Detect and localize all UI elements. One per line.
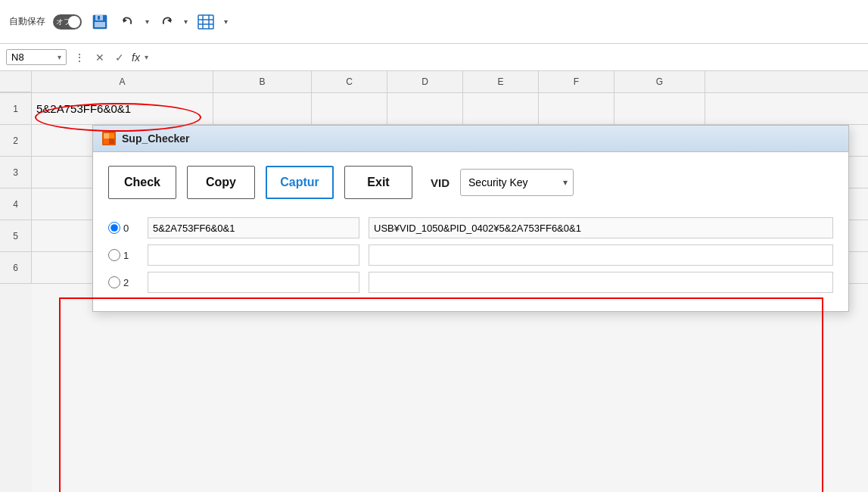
- grid-area: 1 2 3 4 5 6 5&2A753FF6&0&1: [0, 93, 868, 492]
- radio-2[interactable]: [108, 276, 120, 288]
- row-header-2: 2: [0, 125, 32, 157]
- data-cell-0-long: USB¥VID_1050&PID_0402¥5&2A753FF6&0&1: [369, 217, 833, 238]
- dialog-body: Check Copy Captur Exit VID Security Key …: [93, 152, 848, 311]
- formula-separator: ⋮: [71, 51, 88, 64]
- svg-rect-6: [198, 15, 213, 29]
- confirm-icon[interactable]: ✓: [112, 50, 127, 65]
- data-row-0: 0 5&2A753FF6&0&1 USB¥VID_1050&PID_0402¥5…: [108, 214, 833, 241]
- formula-input[interactable]: [153, 51, 862, 63]
- cancel-icon[interactable]: ✕: [92, 50, 107, 65]
- toggle-circle: [68, 16, 80, 28]
- row-header-4: 4: [0, 188, 32, 220]
- row-header-3: 3: [0, 157, 32, 188]
- radio-1-index: 1: [123, 250, 129, 261]
- grid-rows: 5&2A753FF6&0&1: [32, 93, 868, 492]
- data-cell-1-long: [369, 244, 833, 266]
- dialog-overlay: Sup_Checker Check Copy Captur Exit VID: [32, 93, 868, 492]
- radio-0-label[interactable]: 0: [108, 222, 138, 234]
- data-cell-2-long: [369, 272, 833, 293]
- copy-button[interactable]: Copy: [187, 166, 255, 199]
- data-cell-0-short: 5&2A753FF6&0&1: [148, 217, 359, 238]
- undo-icon[interactable]: [118, 12, 138, 32]
- radio-1[interactable]: [108, 249, 120, 261]
- name-box-value: N8: [11, 51, 24, 63]
- check-button[interactable]: Check: [108, 166, 176, 199]
- formula-bar: N8 ▾ ⋮ ✕ ✓ fx ▾: [0, 44, 868, 71]
- grid-icon[interactable]: [195, 12, 216, 32]
- dialog-title-bar: Sup_Checker: [93, 126, 848, 152]
- dialog-app-icon: [102, 132, 116, 145]
- vid-select[interactable]: Security Key HID CCID: [460, 169, 574, 196]
- vid-select-wrapper: Security Key HID CCID ▾: [460, 169, 574, 196]
- svg-rect-12: [104, 133, 109, 139]
- toggle-pill[interactable]: オフ: [53, 14, 82, 30]
- autosave-toggle[interactable]: オフ: [53, 14, 82, 30]
- autosave-label: 自動保存: [9, 15, 45, 28]
- data-cell-0-short-value: 5&2A753FF6&0&1: [153, 223, 235, 234]
- svg-rect-3: [95, 22, 105, 27]
- svg-marker-4: [123, 18, 127, 23]
- radio-0-index: 0: [123, 223, 129, 234]
- data-row-2: 2: [108, 269, 833, 296]
- svg-rect-14: [104, 139, 109, 144]
- col-header-g: G: [614, 71, 705, 92]
- redo-dropdown[interactable]: ▾: [184, 17, 188, 26]
- row-header-6: 6: [0, 252, 32, 284]
- grid-dropdown[interactable]: ▾: [224, 17, 228, 26]
- column-headers: A B C D E F G: [0, 71, 868, 93]
- exit-button[interactable]: Exit: [344, 166, 412, 199]
- col-header-c: C: [312, 71, 387, 92]
- svg-rect-15: [109, 139, 114, 144]
- data-cell-0-long-value: USB¥VID_1050&PID_0402¥5&2A753FF6&0&1: [374, 223, 581, 234]
- vid-label: VID: [431, 176, 450, 189]
- corner-cell: [0, 71, 32, 92]
- toolbar: 自動保存 オフ ▾: [0, 0, 868, 44]
- col-header-f: F: [539, 71, 614, 92]
- col-header-b: B: [213, 71, 312, 92]
- dialog-box: Sup_Checker Check Copy Captur Exit VID: [92, 125, 849, 312]
- data-cell-2-short: [148, 272, 359, 293]
- radio-1-label[interactable]: 1: [108, 249, 138, 261]
- col-header-a: A: [32, 71, 213, 92]
- data-cell-1-short: [148, 244, 359, 266]
- radio-2-index: 2: [123, 277, 129, 288]
- data-row-1: 1: [108, 241, 833, 269]
- fx-dropdown[interactable]: ▾: [145, 53, 148, 61]
- col-header-e: E: [463, 71, 539, 92]
- col-header-d: D: [387, 71, 463, 92]
- name-box[interactable]: N8 ▾: [6, 49, 67, 65]
- row-header-5: 5: [0, 220, 32, 252]
- excel-app: 自動保存 オフ ▾: [0, 0, 868, 492]
- row-header-1: 1: [0, 93, 32, 125]
- dialog-title-text: Sup_Checker: [122, 132, 189, 145]
- redo-icon[interactable]: [157, 12, 176, 32]
- captur-button[interactable]: Captur: [266, 166, 334, 199]
- radio-0[interactable]: [108, 222, 120, 234]
- save-icon[interactable]: [89, 11, 110, 33]
- svg-marker-5: [167, 18, 171, 23]
- fx-icon: fx: [132, 51, 140, 64]
- svg-rect-2: [98, 16, 100, 20]
- data-rows: 0 5&2A753FF6&0&1 USB¥VID_1050&PID_0402¥5…: [108, 214, 833, 296]
- row-headers: 1 2 3 4 5 6: [0, 93, 32, 492]
- svg-rect-13: [109, 133, 114, 139]
- radio-2-label[interactable]: 2: [108, 276, 138, 288]
- dialog-buttons-row: Check Copy Captur Exit VID Security Key …: [108, 166, 833, 199]
- undo-dropdown[interactable]: ▾: [145, 17, 149, 26]
